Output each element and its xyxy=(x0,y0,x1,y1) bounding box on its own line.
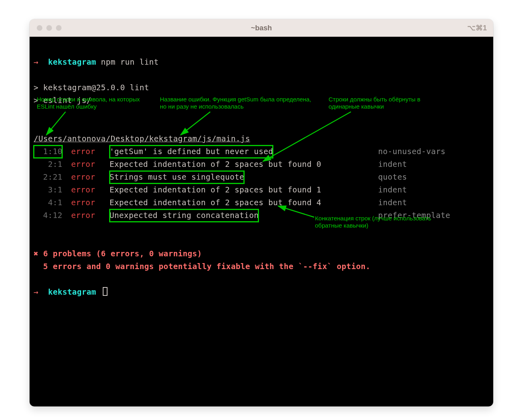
npm-script-line: > kekstagram@25.0.0 lint xyxy=(34,83,149,92)
error-message: Unexpected string concatenation xyxy=(110,209,259,222)
error-level: error xyxy=(62,171,110,184)
summary-line-1: 6 problems (6 errors, 0 warnings) xyxy=(43,249,202,258)
error-message: Expected indentation of 2 spaces but fou… xyxy=(110,196,321,209)
prompt-arrow-icon: → xyxy=(34,287,38,297)
prompt-arrow-icon: → xyxy=(34,57,38,67)
cross-icon: ✖ xyxy=(34,249,38,258)
error-position: 1:10 xyxy=(34,145,62,158)
error-position: 2:21 xyxy=(34,171,62,184)
lint-error-row: 2:21errorStrings must use singlequotequo… xyxy=(34,171,489,184)
error-message: 'getSum' is defined but never used xyxy=(110,145,273,158)
annotation-title: Название ошибки. Функция getSum была опр… xyxy=(160,96,316,110)
lint-error-row: 1:10error'getSum' is defined but never u… xyxy=(34,145,489,158)
annotation-concat: Конкатенация строк (лучше использовать о… xyxy=(315,215,435,229)
error-position: 3:1 xyxy=(34,184,62,196)
annotation-quotes: Строки должны быть обёрнуты в одинарные … xyxy=(329,96,440,110)
error-message: Expected indentation of 2 spaces but fou… xyxy=(110,184,321,196)
error-message: Strings must use singlequote xyxy=(110,171,244,184)
error-position: 2:1 xyxy=(34,158,62,171)
error-rule: indent xyxy=(378,184,407,196)
summary-line-2: 5 errors and 0 warnings potentially fixa… xyxy=(43,262,371,271)
error-level: error xyxy=(62,145,110,158)
lint-error-row: 4:1errorExpected indentation of 2 spaces… xyxy=(34,196,489,209)
error-message: Expected indentation of 2 spaces but fou… xyxy=(110,158,321,171)
error-level: error xyxy=(62,158,110,171)
prompt-cwd: kekstagram xyxy=(48,287,96,297)
error-level: error xyxy=(62,184,110,196)
error-level: error xyxy=(62,209,110,222)
file-path: /Users/antonova/Desktop/kekstagram/js/ma… xyxy=(34,134,250,143)
keyboard-shortcut-hint: ⌥⌘1 xyxy=(467,24,487,32)
error-position: 4:1 xyxy=(34,196,62,209)
error-rule: indent xyxy=(378,158,407,171)
prompt-cwd: kekstagram xyxy=(48,57,96,67)
error-rule: indent xyxy=(378,196,407,209)
cursor-icon xyxy=(103,287,108,296)
error-rule: quotes xyxy=(378,171,407,184)
lint-error-row: 3:1errorExpected indentation of 2 spaces… xyxy=(34,184,489,196)
lint-error-row: 2:1errorExpected indentation of 2 spaces… xyxy=(34,158,489,171)
error-position: 4:12 xyxy=(34,209,62,222)
annotation-position: Номер строки и символа, на которых ESLin… xyxy=(37,96,149,110)
error-level: error xyxy=(62,196,110,209)
window-title: ~bash xyxy=(30,24,493,32)
error-rule: no-unused-vars xyxy=(378,145,446,158)
titlebar[interactable]: ~bash ⌥⌘1 xyxy=(30,19,493,37)
terminal-window: ~bash ⌥⌘1 → kekstagram npm run lint > ke… xyxy=(30,19,493,406)
command-input: npm run lint xyxy=(101,57,159,67)
